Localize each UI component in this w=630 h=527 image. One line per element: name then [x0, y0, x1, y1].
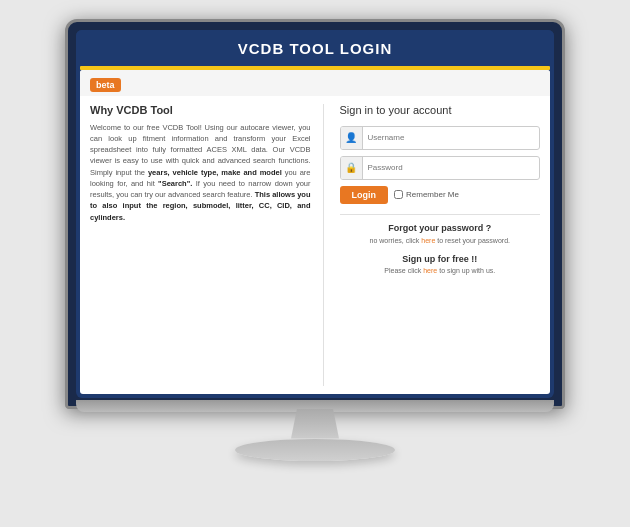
yellow-bar	[80, 66, 550, 70]
forgot-text-part1: no worries, click	[370, 237, 420, 244]
password-input[interactable]	[363, 160, 539, 175]
username-input[interactable]	[363, 130, 539, 145]
monitor-body: VCDB TOOL LOGIN beta Why VCDB Tool Welco…	[65, 19, 565, 409]
signup-link[interactable]: here	[423, 267, 437, 274]
forgot-title: Forgot your password ?	[340, 223, 540, 233]
remember-checkbox[interactable]	[394, 190, 403, 199]
signup-text-part1: Please click	[384, 267, 421, 274]
forgot-link[interactable]: here	[421, 237, 435, 244]
username-input-group: 👤	[340, 126, 540, 150]
remember-label: Remember Me	[394, 190, 459, 199]
login-button[interactable]: Login	[340, 186, 389, 204]
monitor-wrapper: VCDB TOOL LOGIN beta Why VCDB Tool Welco…	[55, 19, 575, 509]
screen-title-bar: VCDB TOOL LOGIN	[76, 30, 554, 66]
signup-title: Sign up for free !!	[340, 254, 540, 264]
password-input-group: 🔒	[340, 156, 540, 180]
monitor-stand-base	[235, 439, 395, 461]
page-title: VCDB TOOL LOGIN	[238, 40, 392, 57]
forgot-text: no worries, click here to reset your pas…	[340, 236, 540, 247]
right-panel: Sign in to your account 👤 🔒 Login	[336, 104, 540, 386]
forgot-text-part2: to reset your password.	[437, 237, 510, 244]
signup-text-part2: to sign up with us.	[439, 267, 495, 274]
main-area: Why VCDB Tool Welcome to our free VCDB T…	[80, 96, 550, 394]
login-actions: Login Remember Me	[340, 186, 540, 204]
left-panel-text: Welcome to our free VCDB Tool! Using our…	[90, 122, 311, 223]
left-panel: Why VCDB Tool Welcome to our free VCDB T…	[90, 104, 324, 386]
user-icon: 👤	[341, 127, 363, 149]
forgot-section: Forgot your password ? no worries, click…	[340, 214, 540, 247]
lock-icon: 🔒	[341, 157, 363, 179]
left-panel-title: Why VCDB Tool	[90, 104, 311, 116]
monitor-screen: VCDB TOOL LOGIN beta Why VCDB Tool Welco…	[76, 30, 554, 398]
beta-bar: beta	[80, 70, 550, 96]
signup-section: Sign up for free !! Please click here to…	[340, 254, 540, 274]
login-title: Sign in to your account	[340, 104, 540, 116]
signup-text: Please click here to sign up with us.	[340, 267, 540, 274]
screen-content: beta Why VCDB Tool Welcome to our free V…	[80, 70, 550, 394]
remember-text: Remember Me	[406, 190, 459, 199]
beta-badge: beta	[90, 78, 121, 92]
monitor-stand-neck	[285, 409, 345, 439]
